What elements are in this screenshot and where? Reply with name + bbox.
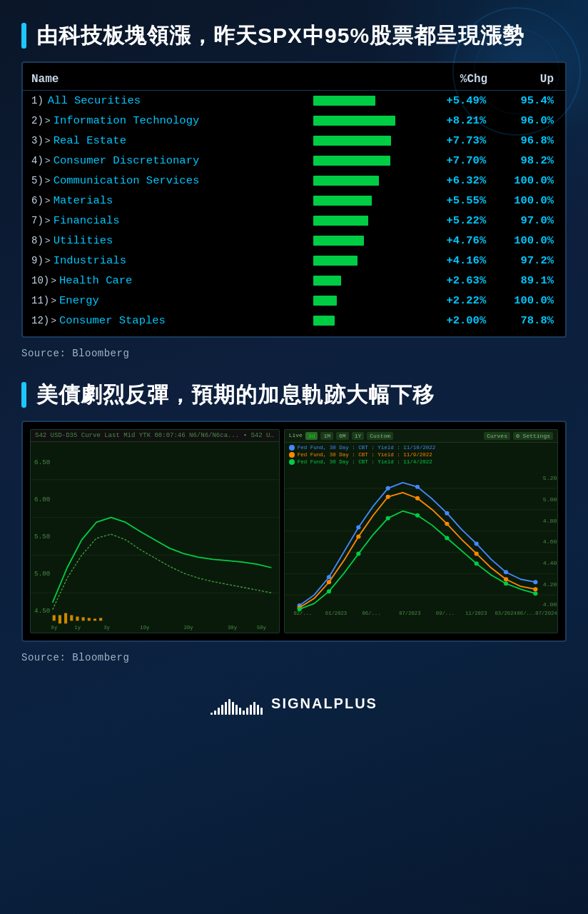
svg-point-52 — [385, 495, 390, 499]
row-number: 2) — [31, 115, 44, 126]
pct-value: +2.63% — [413, 271, 495, 291]
row-number: 3) — [31, 135, 44, 146]
svg-text:5.00: 5.00 — [34, 571, 50, 578]
svg-text:02/...: 02/... — [293, 611, 312, 616]
svg-rect-10 — [53, 615, 56, 621]
row-number: 10) — [31, 275, 49, 286]
bar-cell — [305, 111, 413, 131]
securities-table: Name %Chg Up 1)All Securities+5.49%95.4%… — [23, 69, 565, 331]
section1-heading-wrapper: 由科技板塊領漲，昨天SPX中95%股票都呈現漲勢 — [21, 23, 567, 49]
bar-inner — [313, 116, 395, 126]
row-number: 12) — [31, 315, 49, 326]
btn-1y[interactable]: 1Y — [352, 432, 365, 440]
svg-text:30y: 30y — [228, 625, 237, 631]
btn-settings[interactable]: ⚙ Settings — [513, 432, 553, 440]
source-bloomberg-1: Source: Bloomberg — [21, 348, 567, 359]
up-value: 89.1% — [495, 271, 565, 291]
col-header-up: Up — [495, 69, 565, 91]
btn-custom[interactable]: Custom — [367, 432, 393, 440]
svg-point-55 — [474, 551, 478, 556]
up-value: 98.2% — [495, 151, 565, 171]
logo-bar — [239, 708, 241, 715]
logo-bar — [214, 710, 216, 715]
row-name: Consumer Staples — [59, 314, 166, 327]
logo-bar — [211, 713, 213, 715]
logo-bar — [232, 702, 234, 715]
btn-curves[interactable]: Curves — [484, 432, 510, 440]
legend-label-2: Fed Fund, 30 Day : CBT : Yield : 11/9/20… — [298, 452, 432, 458]
charts-container: S42 USD-D35 Curve Last Mid YTK 08:07:46 … — [21, 421, 567, 642]
row-arrow: > — [45, 136, 51, 146]
svg-text:5.00: 5.00 — [542, 496, 557, 503]
logo-bar — [225, 702, 227, 715]
logo-bar — [218, 708, 220, 715]
up-value: 100.0% — [495, 291, 565, 311]
chart-left-title-text: S42 USD-D35 Curve Last Mid YTK 08:07:46 … — [35, 432, 279, 439]
svg-text:06/...: 06/... — [362, 611, 380, 616]
row-number: 8) — [31, 235, 44, 246]
pct-value: +2.00% — [413, 311, 495, 331]
svg-point-51 — [356, 535, 360, 539]
svg-text:01/2023: 01/2023 — [325, 611, 346, 616]
svg-text:4.50: 4.50 — [34, 608, 50, 615]
bar-inner — [313, 156, 390, 166]
svg-text:07/2024 09/...: 07/2024 09/... — [535, 611, 557, 616]
bar-inner — [313, 176, 379, 186]
pct-value: +5.49% — [413, 91, 495, 111]
svg-point-61 — [385, 516, 390, 521]
up-value: 100.0% — [495, 191, 565, 211]
bar-cell — [305, 271, 413, 291]
up-value: 100.0% — [495, 231, 565, 251]
bar-outer — [313, 114, 405, 127]
svg-text:03/2024: 03/2024 — [495, 611, 516, 616]
up-value: 97.2% — [495, 251, 565, 271]
bar-outer — [313, 254, 405, 267]
bar-cell — [305, 291, 413, 311]
up-value: 95.4% — [495, 91, 565, 111]
bar-cell — [305, 151, 413, 171]
svg-point-42 — [356, 526, 360, 530]
svg-text:07/2023: 07/2023 — [399, 611, 420, 616]
row-name: Real Estate — [54, 134, 126, 147]
svg-point-62 — [415, 513, 420, 518]
row-arrow: > — [51, 296, 56, 306]
pct-value: +7.70% — [413, 151, 495, 171]
logo-bar — [221, 705, 223, 715]
pct-value: +5.22% — [413, 211, 495, 231]
logo-bar — [253, 702, 255, 715]
svg-point-45 — [445, 511, 449, 516]
row-arrow: > — [45, 216, 51, 226]
table-row: 11)>Energy+2.22%100.0% — [23, 291, 565, 311]
logo-bar — [243, 710, 245, 715]
bar-cell — [305, 191, 413, 211]
bar-inner — [313, 296, 337, 306]
svg-rect-14 — [76, 616, 78, 621]
row-number: 7) — [31, 215, 44, 226]
toolbar-time-buttons: Live 3d 1M 6M 1Y Custom — [289, 432, 393, 440]
btn-1m[interactable]: 1M — [320, 432, 333, 440]
table-row: 2)>Information Technology+8.21%96.0% — [23, 111, 565, 131]
btn-6m[interactable]: 6M — [336, 432, 349, 440]
logo-text: SIGNALPLUS — [271, 695, 377, 712]
svg-text:50y: 50y — [257, 625, 266, 631]
svg-point-65 — [504, 581, 508, 586]
bar-inner — [313, 216, 368, 226]
table-row: 6)>Materials+5.55%100.0% — [23, 191, 565, 211]
svg-point-60 — [356, 551, 360, 556]
svg-rect-18 — [99, 618, 102, 621]
svg-text:5.50: 5.50 — [34, 533, 50, 541]
row-number: 6) — [31, 195, 44, 206]
svg-rect-11 — [59, 615, 61, 623]
logo-bar — [235, 705, 238, 715]
btn-3d[interactable]: 3d — [305, 432, 318, 440]
table-header-row: Name %Chg Up — [23, 69, 565, 91]
bar-cell — [305, 91, 413, 111]
logo-bar — [250, 705, 252, 715]
up-value: 96.0% — [495, 111, 565, 131]
svg-point-57 — [533, 587, 537, 591]
bar-cell — [305, 171, 413, 191]
svg-point-46 — [474, 542, 478, 546]
up-value: 100.0% — [495, 171, 565, 191]
bar-inner — [313, 96, 375, 106]
label-live: Live — [289, 432, 303, 440]
